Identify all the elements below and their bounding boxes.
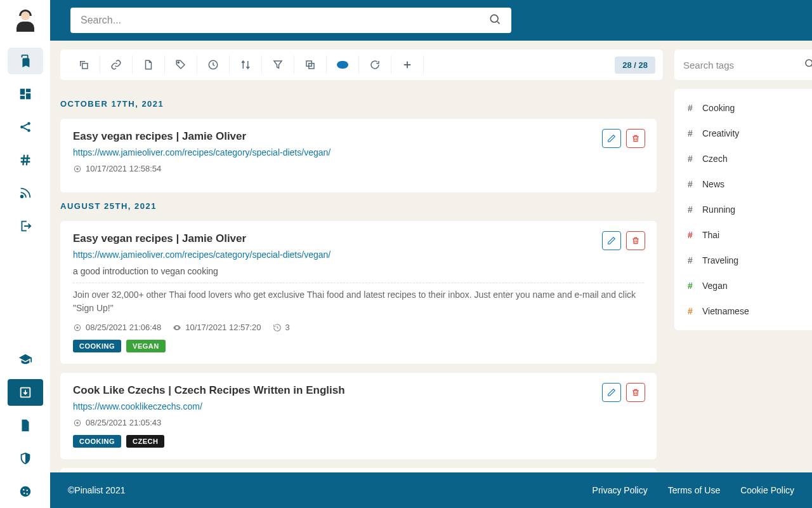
document-icon: [18, 418, 32, 432]
svg-point-9: [26, 493, 27, 494]
hash-icon: #: [686, 306, 695, 316]
tag-item[interactable]: #Thai: [674, 222, 812, 248]
sidebar-item-security[interactable]: [8, 445, 43, 472]
toolbar-link[interactable]: [100, 55, 133, 74]
tag-item[interactable]: #Creativity: [674, 121, 812, 146]
tag-item[interactable]: #Vietnamese: [674, 298, 812, 324]
tag-item[interactable]: #Running: [674, 197, 812, 222]
toolbar-sort[interactable]: [230, 55, 262, 74]
link-icon: [110, 59, 122, 70]
sidebar-item-education[interactable]: [8, 346, 43, 373]
bookmark-url[interactable]: https://www.jamieoliver.com/recipes/cate…: [73, 250, 331, 260]
footer-link[interactable]: Terms of Use: [668, 485, 720, 495]
tag-name: Creativity: [702, 128, 739, 138]
svg-point-21: [76, 422, 79, 424]
bookmark-meta: 10/17/2021 12:58:54: [73, 164, 644, 173]
toolbar-file[interactable]: [133, 55, 165, 74]
sidebar-item-import[interactable]: [8, 379, 43, 406]
tag-item[interactable]: #Vegan: [674, 273, 812, 298]
bookmark-url[interactable]: https://www.jamieoliver.com/recipes/cate…: [73, 147, 331, 157]
svg-point-6: [23, 489, 24, 490]
tag-item[interactable]: #Cooking: [674, 95, 812, 121]
sidebar-item-tags[interactable]: [8, 147, 43, 173]
tag-chip[interactable]: COOKING: [73, 435, 121, 448]
bookmark-meta: 08/25/2021 21:05:43: [73, 418, 644, 427]
hash-icon: #: [686, 281, 695, 291]
tag-name: Cooking: [702, 103, 735, 113]
edit-button[interactable]: [602, 129, 621, 148]
footer-links: Privacy PolicyTerms of UseCookie Policy: [593, 485, 794, 495]
search-input[interactable]: [81, 15, 488, 26]
footer-link[interactable]: Cookie Policy: [740, 485, 794, 495]
file-icon: [143, 59, 154, 70]
toolbar-copy[interactable]: [68, 55, 100, 74]
user-avatar[interactable]: [14, 10, 37, 33]
bookmark-card: Vicky Pham - Vietnamese Home Cooking Rec…: [60, 468, 657, 472]
toolbar-filter[interactable]: [262, 55, 294, 74]
tag-chip[interactable]: CZECH: [126, 435, 164, 448]
tag-item[interactable]: #News: [674, 171, 812, 197]
bookmarks-icon: [18, 54, 32, 68]
sidebar-item-logout[interactable]: [8, 213, 43, 239]
tag-chip[interactable]: COOKING: [73, 340, 121, 352]
trash-icon: [631, 388, 640, 397]
toolbar-tag[interactable]: [165, 55, 197, 74]
sidebar-item-feed[interactable]: [8, 180, 43, 206]
footer: ©Pinalist 2021 Privacy PolicyTerms of Us…: [50, 472, 812, 508]
bookmark-title[interactable]: Easy vegan recipes | Jamie Oliver: [73, 232, 644, 245]
delete-button[interactable]: [626, 129, 645, 148]
tags-search-bar: [674, 50, 812, 80]
delete-button[interactable]: [626, 383, 645, 402]
edit-button[interactable]: [602, 383, 621, 402]
toolbar-refresh[interactable]: [359, 55, 391, 74]
svg-point-3: [20, 196, 23, 198]
edit-button[interactable]: [602, 231, 621, 250]
delete-button[interactable]: [626, 231, 645, 250]
svg-point-17: [76, 168, 79, 170]
svg-point-10: [490, 15, 498, 22]
toolbar-duplicate[interactable]: [294, 55, 327, 74]
bookmark-url[interactable]: https://www.cooklikeczechs.com/: [73, 401, 202, 411]
search-button[interactable]: [488, 13, 501, 28]
toolbar-time[interactable]: [197, 55, 230, 74]
tags-search-button[interactable]: [804, 58, 812, 72]
bookmark-title[interactable]: Easy vegan recipes | Jamie Oliver: [73, 130, 644, 143]
tag-item[interactable]: #Czech: [674, 146, 812, 171]
sidebar-item-bookmarks[interactable]: [8, 48, 43, 74]
pencil-icon: [607, 236, 616, 245]
pencil-icon: [607, 388, 616, 397]
sidebar-item-share[interactable]: [8, 114, 43, 140]
bookmark-title[interactable]: Cook Like Czechs | Czech Recipes Written…: [73, 384, 644, 397]
toolbar-view[interactable]: [327, 55, 359, 74]
hash-icon: [18, 153, 32, 167]
sidebar-item-docs[interactable]: [8, 412, 43, 439]
refresh-icon: [369, 59, 381, 70]
sidebar-item-cookies[interactable]: [8, 478, 43, 505]
hash-icon: #: [686, 103, 695, 113]
clock-icon: [207, 59, 219, 70]
sidebar-item-dashboard[interactable]: [8, 81, 43, 107]
tag-name: Running: [702, 204, 735, 215]
bookmark-note: a good introduction to vegan cooking: [73, 266, 644, 283]
footer-copyright: ©Pinalist 2021: [68, 485, 593, 495]
tag-name: Traveling: [702, 255, 738, 265]
bookmark-tags: COOKINGCZECH: [73, 435, 644, 448]
tag-name: Czech: [702, 154, 728, 164]
tag-chip[interactable]: VEGAN: [126, 340, 166, 352]
sidebar: [0, 0, 50, 508]
bookmark-description: Join over 32,000+ other Thai food lovers…: [73, 288, 644, 315]
created-time: 08/25/2021 21:05:43: [73, 418, 161, 427]
trash-icon: [631, 236, 640, 245]
tag-name: News: [702, 179, 724, 189]
hash-icon: #: [686, 255, 695, 265]
cookie-icon: [18, 485, 32, 498]
feed-icon: [18, 186, 32, 200]
trash-icon: [631, 134, 640, 143]
pencil-icon: [607, 134, 616, 143]
tag-name: Vietnamese: [702, 306, 749, 316]
footer-link[interactable]: Privacy Policy: [593, 485, 648, 495]
hash-icon: #: [686, 154, 695, 164]
tag-item[interactable]: #Traveling: [674, 248, 812, 273]
tags-search-input[interactable]: [683, 60, 804, 70]
toolbar-add[interactable]: [391, 55, 424, 74]
